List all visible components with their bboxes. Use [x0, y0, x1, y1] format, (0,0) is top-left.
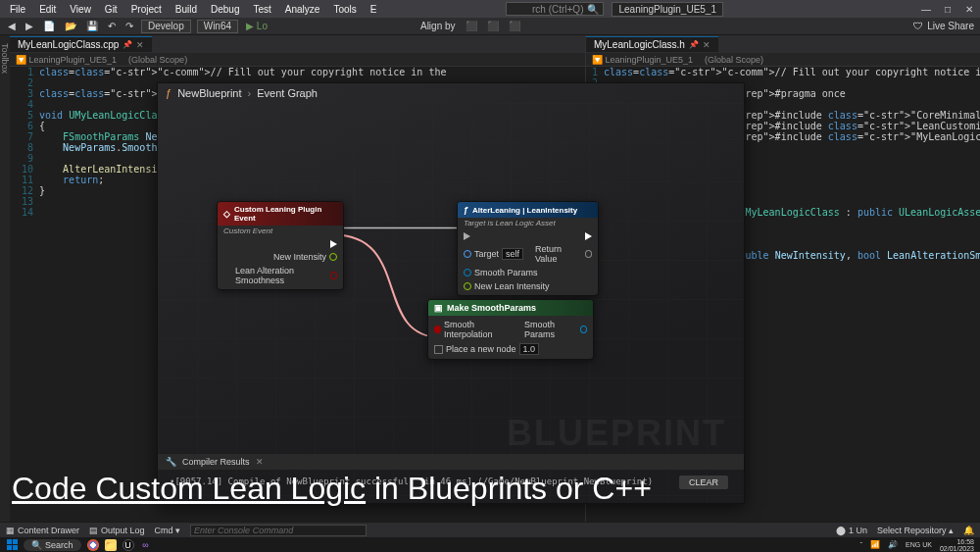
live-share-button[interactable]: Live Share: [927, 21, 974, 31]
project-scope-dropdown[interactable]: 🔽 LeaningPlugin_UE5_1: [592, 55, 693, 65]
search-icon: 🔍: [31, 540, 42, 550]
console-command-input[interactable]: Enter Console Command: [190, 525, 367, 536]
menu-debug[interactable]: Debug: [205, 2, 245, 17]
bp-node-alter-lean[interactable]: ƒ AlterLeaning | LeanIntensity Target is…: [457, 201, 599, 296]
close-icon[interactable]: ✕: [703, 40, 710, 50]
volume-icon[interactable]: 🔊: [888, 540, 898, 549]
taskbar-search[interactable]: 🔍Search: [24, 539, 81, 551]
title-bar: FileEditViewGitProjectBuildDebugTestAnal…: [0, 0, 980, 18]
search-placeholder: rch (Ctrl+Q): [532, 4, 584, 15]
minimize-button[interactable]: —: [919, 4, 933, 15]
clock[interactable]: 16:5802/01/2023: [940, 538, 974, 552]
input-pin[interactable]: New Lean Intensity: [464, 281, 550, 291]
undo-icon[interactable]: ↶: [106, 21, 118, 31]
windows-taskbar: 🔍Search 📁 U ∞ ˆ 📶 🔊 ENG UK 16:5802/01/20…: [0, 537, 980, 552]
menu-build[interactable]: Build: [170, 2, 203, 17]
forward-button[interactable]: ▶: [24, 21, 35, 31]
menu-edit[interactable]: Edit: [33, 2, 62, 17]
compiler-icon: 🔧: [166, 457, 176, 467]
bell-icon[interactable]: 🔔: [963, 526, 974, 535]
main-toolbar: ◀ ▶ 📄 📂 💾 ↶ ↷ Develop Win64 ▶ Lo Align b…: [0, 18, 980, 35]
align-left-icon[interactable]: ⬛: [464, 21, 479, 31]
start-button[interactable]: [6, 539, 18, 551]
maximize-button[interactable]: □: [941, 4, 955, 15]
breadcrumb-blueprint[interactable]: NewBlueprint: [177, 87, 241, 99]
search-icon: 🔍: [587, 4, 599, 15]
event-icon: ◇: [223, 209, 230, 219]
output-pin[interactable]: New Intensity: [273, 252, 337, 262]
menu-project[interactable]: Project: [125, 2, 168, 17]
input-pin[interactable]: Place a new node 1.0: [434, 343, 539, 355]
config-dropdown[interactable]: Develop: [141, 20, 191, 33]
struct-icon: ▣: [434, 303, 443, 313]
toolbox-panel-collapsed[interactable]: Toolbox: [0, 35, 10, 523]
back-button[interactable]: ◀: [6, 21, 18, 31]
align-right-icon[interactable]: ⬛: [507, 21, 522, 31]
solution-name-dropdown[interactable]: LeaningPlugin_UE5_1: [612, 2, 723, 17]
bottom-dock: ▦Content Drawer ▤Output Log Cmd ▾ Enter …: [0, 522, 980, 537]
function-icon: ƒ: [464, 205, 468, 215]
redo-icon[interactable]: ↷: [123, 21, 135, 31]
menu-test[interactable]: Test: [247, 2, 276, 17]
unreal-icon[interactable]: U: [122, 539, 134, 551]
chevron-right-icon: ›: [248, 87, 252, 99]
quick-search-input[interactable]: rch (Ctrl+Q) 🔍: [506, 2, 604, 16]
output-log-button[interactable]: ▤Output Log: [89, 526, 145, 535]
blueprint-graph-panel: ƒ NewBlueprint › Event Graph BLUEPRINT ◇…: [157, 82, 745, 504]
new-file-icon[interactable]: 📄: [41, 21, 57, 31]
explorer-icon[interactable]: 📁: [105, 539, 117, 551]
chrome-icon[interactable]: [87, 539, 99, 551]
menu-e[interactable]: E: [365, 2, 383, 17]
align-center-icon[interactable]: ⬛: [485, 21, 501, 31]
menu-tools[interactable]: Tools: [327, 2, 362, 17]
bp-node-custom-event[interactable]: ◇ Custom Leaning Plugin Event Custom Eve…: [217, 201, 344, 290]
log-icon: ▤: [89, 526, 98, 535]
pin-icon[interactable]: 📌: [122, 40, 132, 49]
editor-tab-h[interactable]: MyLeanLogicClass.h 📌 ✕: [586, 36, 718, 52]
align-label[interactable]: Align by: [418, 21, 458, 31]
return-pin[interactable]: Return Value: [535, 244, 592, 264]
close-icon[interactable]: ✕: [256, 457, 264, 467]
cmd-dropdown[interactable]: Cmd ▾: [155, 526, 181, 535]
close-icon[interactable]: ✕: [136, 40, 144, 50]
menu-view[interactable]: View: [64, 2, 97, 17]
unsaved-indicator[interactable]: ⬤ 1 Un: [836, 526, 867, 535]
wifi-icon[interactable]: 📶: [870, 540, 880, 549]
breadcrumb-graph[interactable]: Event Graph: [257, 87, 318, 99]
menu-file[interactable]: File: [4, 2, 31, 17]
tray-chevron-icon[interactable]: ˆ: [859, 540, 862, 549]
exec-in-pin[interactable]: [464, 232, 470, 240]
content-drawer-button[interactable]: ▦Content Drawer: [6, 526, 79, 535]
blueprint-watermark: BLUEPRINT: [507, 413, 726, 454]
target-pin[interactable]: Target self: [464, 244, 523, 264]
input-pin[interactable]: Smooth Interpolation: [434, 320, 513, 339]
menu-analyze[interactable]: Analyze: [279, 2, 326, 17]
overlay-caption: Code Custom Lean Logic in Blueprints or …: [12, 471, 652, 507]
main-menu: FileEditViewGitProjectBuildDebugTestAnal…: [4, 2, 506, 17]
platform-dropdown[interactable]: Win64: [197, 20, 238, 33]
global-scope-dropdown[interactable]: (Global Scope): [128, 55, 187, 65]
function-icon: ƒ: [166, 87, 172, 99]
close-button[interactable]: ✕: [962, 4, 976, 15]
run-button[interactable]: ▶ Lo: [244, 21, 270, 31]
open-icon[interactable]: 📂: [63, 21, 78, 31]
input-pin[interactable]: Smooth Params: [464, 268, 538, 277]
compiler-results-tab[interactable]: 🔧 Compiler Results ✕: [158, 454, 744, 470]
save-icon[interactable]: 💾: [84, 21, 100, 31]
pin-icon[interactable]: 📌: [689, 40, 699, 49]
drawer-icon: ▦: [6, 526, 15, 535]
visual-studio-icon[interactable]: ∞: [140, 539, 152, 551]
ide-admin-icon[interactable]: 🛡: [913, 21, 923, 31]
editor-tab-cpp[interactable]: MyLeanLogicClass.cpp 📌 ✕: [10, 36, 152, 52]
select-repo-dropdown[interactable]: Select Repository ▴: [877, 526, 954, 535]
output-pin[interactable]: Smooth Params: [524, 320, 587, 339]
exec-out-pin[interactable]: [330, 240, 337, 248]
clear-button[interactable]: CLEAR: [679, 476, 728, 489]
exec-out-pin[interactable]: [585, 232, 592, 240]
project-scope-dropdown[interactable]: 🔽 LeaningPlugin_UE5_1: [16, 55, 117, 65]
global-scope-dropdown[interactable]: (Global Scope): [705, 55, 763, 65]
language-indicator[interactable]: ENG UK: [906, 541, 932, 548]
output-pin[interactable]: Lean Alteration Smoothness: [235, 266, 337, 285]
bp-node-make-smoothparams[interactable]: ▣ Make SmoothParams Smooth Interpolation…: [427, 299, 594, 360]
menu-git[interactable]: Git: [99, 2, 123, 17]
